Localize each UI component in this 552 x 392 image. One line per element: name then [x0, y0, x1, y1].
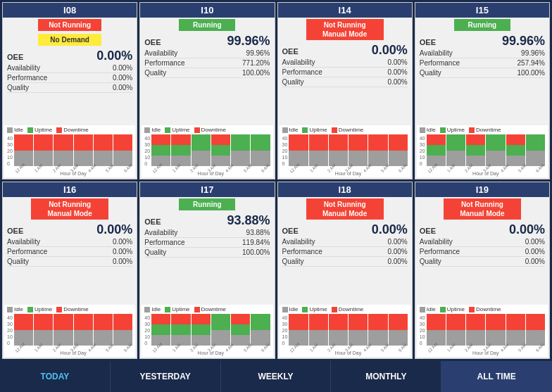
- oee-value: 93.88%: [227, 213, 270, 228]
- oee-label: OEE: [420, 227, 436, 235]
- bar-group: [211, 314, 230, 346]
- chart-legend: IdleUptimeDowntime: [282, 306, 408, 312]
- oee-value: 0.00%: [372, 222, 408, 237]
- chart-legend: IdleUptimeDowntime: [7, 127, 132, 133]
- bar-group: [368, 314, 387, 346]
- status-badge-i14: Not RunningManual Mode: [306, 19, 384, 40]
- metric-row-quality: Quality0.00%: [282, 77, 408, 87]
- card-header-i14: I14: [278, 3, 412, 18]
- metrics-section: OEE0.00%Availability0.00%Performance0.00…: [278, 42, 412, 124]
- status-badge-i19: Not RunningManual Mode: [444, 198, 521, 220]
- bar-group: [14, 314, 33, 346]
- bar-group: [427, 134, 446, 166]
- bar-group: [329, 134, 348, 166]
- bar-group: [446, 134, 465, 166]
- bar-chart: [427, 314, 545, 346]
- metrics-section: OEE0.00%Availability0.00%Performance0.00…: [415, 221, 549, 303]
- bar-group: [486, 314, 505, 346]
- oee-label: OEE: [7, 227, 23, 235]
- oee-row: OEE0.00%: [282, 222, 408, 237]
- metric-row-performance: Performance119.84%: [144, 238, 270, 248]
- card-header-i19: I19: [415, 182, 549, 197]
- chart-section: IdleUptimeDowntime40302010012 AM1 AM2 AM…: [417, 305, 548, 357]
- bar-group: [192, 134, 211, 166]
- bar-group: [74, 134, 93, 166]
- bar-group: [251, 314, 270, 346]
- oee-value: 0.00%: [509, 222, 545, 237]
- bar-group: [289, 134, 308, 166]
- bar-group: [466, 314, 485, 346]
- oee-row: OEE0.00%: [420, 222, 545, 237]
- bar-group: [192, 314, 211, 346]
- bar-chart: [427, 134, 545, 166]
- tab-today[interactable]: TODAY: [0, 361, 111, 392]
- oee-value: 99.96%: [227, 34, 270, 49]
- bar-group: [526, 314, 545, 346]
- machine-card-i15: I15RunningOEE99.96%Availability99.96%Per…: [415, 2, 550, 179]
- machine-card-i19: I19Not RunningManual ModeOEE0.00%Availab…: [415, 182, 550, 359]
- bar-group: [14, 134, 33, 166]
- bar-group: [368, 134, 387, 166]
- card-header-i18: I18: [278, 182, 412, 197]
- bar-group: [74, 314, 93, 346]
- metrics-section: OEE0.00%Availability0.00%Performance0.00…: [3, 221, 137, 303]
- bar-group: [506, 314, 525, 346]
- oee-row: OEE99.96%: [420, 34, 545, 49]
- metric-row-performance: Performance0.00%: [282, 247, 408, 257]
- bar-group: [231, 314, 250, 346]
- machine-card-i10: I10RunningOEE99.96%Availability99.96%Per…: [139, 2, 275, 179]
- oee-value: 0.00%: [96, 222, 132, 237]
- metric-row-quality: Quality100.00%: [144, 68, 270, 78]
- bar-group: [54, 134, 73, 166]
- bar-group: [309, 314, 328, 346]
- metric-row-availability: Availability0.00%: [7, 63, 132, 73]
- bar-group: [171, 134, 190, 166]
- chart-section: IdleUptimeDowntime40302010012 AM1 AM2 AM…: [417, 125, 548, 177]
- chart-section: IdleUptimeDowntime40302010012 AM1 AM2 AM…: [280, 125, 410, 177]
- bar-group: [427, 314, 446, 346]
- card-header-i10: I10: [140, 3, 274, 18]
- metrics-section: OEE0.00%Availability0.00%Performance0.00…: [3, 47, 137, 124]
- chart-section: IdleUptimeDowntime40302010012 AM1 AM2 AM…: [280, 305, 410, 357]
- oee-label: OEE: [144, 217, 161, 226]
- tab-weekly[interactable]: WEEKLY: [221, 361, 332, 392]
- metric-row-performance: Performance0.00%: [282, 68, 408, 77]
- metric-row-quality: Quality0.00%: [7, 83, 132, 93]
- chart-legend: IdleUptimeDowntime: [7, 306, 132, 312]
- bar-group: [389, 314, 408, 346]
- metric-row-performance: Performance771.20%: [144, 58, 270, 68]
- oee-label: OEE: [282, 47, 299, 56]
- metric-row-quality: Quality0.00%: [282, 257, 408, 267]
- bar-group: [251, 134, 270, 166]
- metrics-section: OEE99.96%Availability99.96%Performance25…: [415, 32, 549, 124]
- machine-card-i18: I18Not RunningManual ModeOEE0.00%Availab…: [277, 182, 413, 359]
- metric-row-availability: Availability99.96%: [420, 49, 545, 58]
- metric-row-availability: Availability99.96%: [144, 49, 270, 58]
- metric-row-availability: Availability0.00%: [282, 58, 408, 68]
- tab-monthly[interactable]: MONTHLY: [331, 361, 441, 392]
- chart-legend: IdleUptimeDowntime: [420, 127, 545, 133]
- bar-group: [211, 134, 230, 166]
- bar-group: [349, 314, 368, 346]
- bar-group: [171, 314, 190, 346]
- bar-group: [446, 314, 465, 346]
- metric-row-availability: Availability0.00%: [282, 237, 408, 247]
- bar-group: [349, 134, 368, 166]
- chart-section: IdleUptimeDowntime40302010012 AM1 AM2 AM…: [4, 305, 135, 357]
- oee-label: OEE: [144, 38, 161, 46]
- bar-group: [54, 314, 73, 346]
- bar-chart: [289, 314, 407, 346]
- metric-row-availability: Availability93.88%: [144, 228, 270, 238]
- tab-yesterday[interactable]: YESTERDAY: [111, 361, 221, 392]
- status-badge-not-running: Not Running: [38, 19, 101, 31]
- bar-group: [94, 314, 113, 346]
- oee-value: 99.96%: [502, 34, 545, 49]
- oee-row: OEE0.00%: [7, 49, 132, 63]
- chart-legend: IdleUptimeDowntime: [420, 306, 545, 312]
- tab-all-time[interactable]: ALL TIME: [441, 361, 552, 392]
- metric-row-quality: Quality0.00%: [420, 257, 545, 267]
- metric-row-quality: Quality100.00%: [144, 248, 270, 258]
- bar-group: [151, 134, 170, 166]
- chart-section: IdleUptimeDowntime40302010012 AM1 AM2 AM…: [142, 305, 272, 357]
- oee-row: OEE93.88%: [144, 213, 270, 228]
